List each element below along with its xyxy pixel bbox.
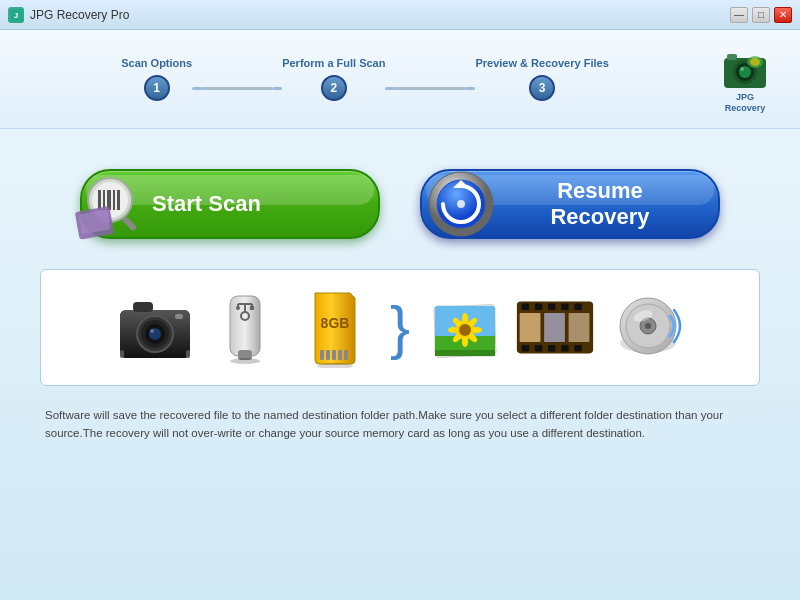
svg-rect-46 [326,350,330,360]
titlebar: J JPG Recovery Pro — □ ✕ [0,0,800,30]
maximize-button[interactable]: □ [752,7,770,23]
svg-rect-73 [574,304,582,311]
svg-rect-76 [548,345,556,352]
svg-rect-26 [133,302,153,312]
start-scan-label: Start Scan [152,191,261,217]
svg-point-60 [462,313,468,323]
svg-point-89 [645,323,651,329]
photo-icon [425,285,505,370]
app-title: JPG Recovery Pro [30,8,129,22]
svg-rect-77 [561,345,569,352]
minimize-button[interactable]: — [730,7,748,23]
svg-rect-48 [338,350,342,360]
start-scan-button[interactable]: Start Scan [80,169,380,239]
usb-drive-icon [205,285,285,370]
svg-rect-32 [175,314,183,319]
svg-point-23 [457,200,465,208]
scan-icon [72,164,152,244]
svg-rect-69 [522,304,530,311]
svg-point-63 [472,327,482,333]
step-1: Scan Options 1 [121,57,192,101]
svg-rect-33 [120,350,124,358]
svg-point-6 [740,67,744,71]
svg-text:8GB: 8GB [321,315,350,331]
info-text: Software will save the recovered file to… [40,406,760,443]
audio-icon [605,285,685,370]
svg-rect-34 [186,350,190,358]
svg-rect-45 [320,350,324,360]
svg-point-62 [448,327,458,333]
svg-rect-15 [113,190,115,210]
step-1-circle: 1 [144,75,170,101]
bracket-separator: } [390,298,410,358]
svg-point-42 [236,306,240,310]
logo-icon [719,44,771,92]
svg-rect-16 [117,190,120,210]
main-content: Start Scan [0,129,800,600]
step-3: Preview & Recovery Files 3 [475,57,608,101]
svg-rect-12 [98,190,101,210]
resume-icon [427,170,495,238]
svg-rect-83 [544,313,565,342]
step-2-label: Perform a Full Scan [282,57,385,69]
svg-rect-7 [727,54,737,60]
svg-rect-49 [344,350,348,360]
icon-box: 8GB } [40,269,760,386]
step-3-circle: 3 [529,75,555,101]
step-1-label: Scan Options [121,57,192,69]
step-3-label: Preview & Recovery Files [475,57,608,69]
film-strip-icon [515,285,595,370]
logo-text: JPGRecovery [725,92,766,114]
wizard-header: Scan Options 1 Perform a Full Scan 2 Pre… [0,30,800,129]
resume-recovery-button[interactable]: Resume Recovery [420,169,720,239]
svg-point-59 [459,324,471,336]
svg-point-61 [462,337,468,347]
step-2-circle: 2 [321,75,347,101]
step-2: Perform a Full Scan 2 [282,57,385,101]
svg-rect-17 [122,216,138,232]
svg-text:J: J [14,11,18,20]
svg-rect-72 [561,304,569,311]
titlebar-left: J JPG Recovery Pro [8,7,129,23]
camera-icon [115,285,195,370]
close-button[interactable]: ✕ [774,7,792,23]
svg-rect-71 [548,304,556,311]
svg-rect-82 [520,313,541,342]
resume-recovery-label: Resume Recovery [512,178,688,230]
svg-point-31 [150,329,154,333]
window-controls: — □ ✕ [730,7,792,23]
svg-point-9 [750,58,760,66]
buttons-row: Start Scan [40,169,760,239]
svg-rect-75 [535,345,543,352]
svg-rect-47 [332,350,336,360]
wizard-steps: Scan Options 1 Perform a Full Scan 2 Pre… [20,40,710,118]
svg-rect-43 [250,306,254,310]
svg-rect-70 [535,304,543,311]
sd-card-icon: 8GB [295,285,375,370]
app-icon: J [8,7,24,23]
svg-rect-78 [574,345,582,352]
svg-rect-74 [522,345,530,352]
svg-rect-84 [569,313,590,342]
svg-rect-57 [435,350,495,356]
svg-point-44 [230,358,260,364]
app-logo: JPGRecovery [710,44,780,114]
